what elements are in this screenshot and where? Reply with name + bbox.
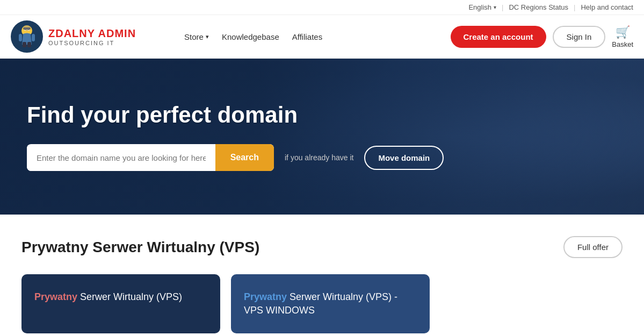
nav-store-link[interactable]: Store ▾ [184, 32, 209, 41]
vps-card-1-highlight: Prywatny [34, 291, 77, 302]
language-selector[interactable]: English ▾ [468, 3, 496, 11]
logo-icon [11, 20, 43, 53]
hero-title: Find your perfect domain [27, 102, 617, 128]
main-content: Prywatny Serwer Wirtualny (VPS) Full off… [0, 215, 644, 335]
hero-section: Find your perfect domain Search if you a… [0, 59, 644, 215]
vps-card-2-highlight: Prywatny [244, 291, 287, 302]
basket-icon: 🛒 [616, 25, 630, 39]
svg-rect-9 [23, 42, 26, 47]
nav-links: Store ▾ Knowledgebase Affiliates [184, 32, 322, 41]
vps-section-header: Prywatny Serwer Wirtualny (VPS) Full off… [21, 236, 623, 258]
vps-card-1[interactable]: Prywatny Serwer Wirtualny (VPS) [21, 274, 220, 333]
hero-content: Find your perfect domain Search if you a… [27, 102, 617, 171]
store-label: Store [184, 32, 204, 41]
top-bar: English ▾ | DC Regions Status | Help and… [0, 0, 644, 15]
knowledgebase-link[interactable]: Knowledgebase [222, 32, 279, 41]
vps-cards-row: Prywatny Serwer Wirtualny (VPS) Prywatny… [21, 274, 623, 333]
move-domain-text: if you already have it [285, 153, 353, 162]
svg-rect-8 [32, 34, 35, 41]
affiliates-link[interactable]: Affiliates [292, 32, 322, 41]
svg-rect-7 [19, 34, 22, 41]
vps-card-1-rest: Serwer Wirtualny (VPS) [80, 291, 182, 302]
vps-section-title: Prywatny Serwer Wirtualny (VPS) [21, 239, 259, 256]
signin-button[interactable]: Sign In [553, 26, 606, 48]
language-chevron: ▾ [494, 4, 496, 10]
search-button[interactable]: Search [215, 144, 274, 171]
separator-1: | [502, 3, 503, 11]
logo-link[interactable]: ZDALNY ADMIN OUTSOURCING IT [11, 20, 136, 53]
svg-rect-10 [27, 42, 31, 47]
search-box: Search [27, 144, 274, 171]
basket-label: Basket [612, 40, 633, 48]
logo-svg [13, 23, 40, 50]
navbar: ZDALNY ADMIN OUTSOURCING IT Store ▾ Know… [0, 15, 644, 59]
full-offer-button[interactable]: Full offer [563, 236, 623, 258]
separator-2: | [574, 3, 575, 11]
domain-search-input[interactable] [27, 145, 215, 171]
svg-point-6 [23, 25, 31, 31]
logo-text: ZDALNY ADMIN OUTSOURCING IT [48, 27, 136, 46]
dc-regions-link[interactable]: DC Regions Status [509, 3, 568, 11]
store-chevron: ▾ [206, 33, 209, 40]
language-label: English [468, 3, 491, 11]
move-domain-button[interactable]: Move domain [364, 146, 444, 170]
vps-card-2[interactable]: Prywatny Serwer Wirtualny (VPS) - VPS WI… [231, 274, 430, 333]
hero-search-row: Search if you already have it Move domai… [27, 144, 617, 171]
help-contact-link[interactable]: Help and contact [581, 3, 633, 11]
create-account-button[interactable]: Create an account [451, 26, 546, 48]
logo-name: ZDALNY ADMIN [48, 27, 136, 40]
basket-button[interactable]: 🛒 Basket [612, 25, 633, 48]
vps-card-1-title: Prywatny Serwer Wirtualny (VPS) [34, 290, 207, 304]
logo-sub: OUTSOURCING IT [48, 40, 136, 46]
vps-card-2-title: Prywatny Serwer Wirtualny (VPS) - VPS WI… [244, 290, 417, 317]
nav-actions: Create an account Sign In 🛒 Basket [451, 25, 634, 48]
